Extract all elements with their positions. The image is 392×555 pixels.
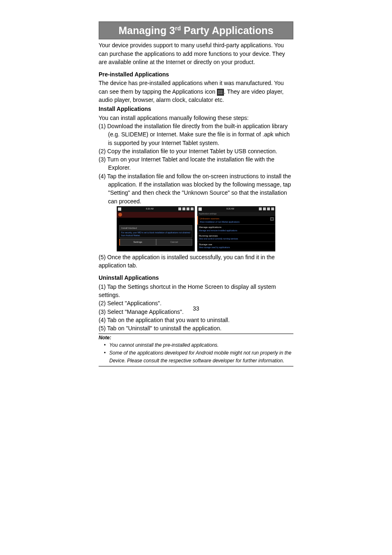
settings-item-subtitle: Allow installation of non-Market applica… (200, 221, 274, 223)
dialog-message: For security, your MID is set to block i… (119, 230, 192, 238)
cancel-button[interactable]: Cancel (156, 239, 193, 246)
settings-button[interactable]: Settings (119, 239, 156, 246)
shot1-warning-header (117, 212, 195, 218)
settings-list-item[interactable]: Unknown sourcesAllow installation of non… (197, 216, 275, 225)
settings-item-title: Manage applications (199, 226, 274, 229)
title-part2: Party Applications (181, 25, 274, 36)
status-icons (178, 207, 194, 210)
dialog-title: Install blocked (119, 225, 192, 231)
screenshots-container: 8:26 AM Install blocked For security, yo… (99, 206, 293, 251)
horizontal-rule (99, 334, 293, 334)
title-part1: Managing 3 (118, 25, 175, 36)
horizontal-rule (99, 366, 293, 366)
settings-item-title: Running services (199, 234, 274, 238)
page-number: 33 (0, 304, 392, 313)
install-step-3: (3) Turn on your Internet Tablet and loc… (99, 155, 293, 172)
install-step-5: (5) Once the application is installed su… (99, 253, 293, 270)
screenshot-application-settings: 8:26 AM Application settings Unknown sou… (197, 206, 275, 251)
shot1-dialog: Install blocked For security, your MID i… (119, 225, 192, 246)
title-superscript: rd (175, 25, 181, 32)
preinstalled-paragraph: The device has pre-installed application… (99, 79, 293, 104)
settings-item-title: Unknown sources (200, 217, 274, 221)
note-item-2: Some of the applications developed for A… (99, 349, 293, 365)
status-time: 8:26 AM (146, 207, 153, 210)
home-icon (118, 207, 121, 211)
uninstall-step-4: (4) Tab on the application that you want… (99, 316, 293, 324)
settings-screen-title: Application settings (197, 212, 275, 216)
settings-list: Unknown sourcesAllow installation of non… (197, 216, 275, 251)
checkbox-icon[interactable] (270, 217, 274, 221)
uninstall-heading: Uninstall Applications (99, 274, 293, 282)
uninstall-step-5: (5) Tab on "Uninstall" to uninstall the … (99, 324, 293, 332)
statusbar: 8:26 AM (117, 206, 195, 212)
uninstall-step-1: (1) Tap the Settings shortcut in the Hom… (99, 283, 293, 299)
note-item-1: You cannot uninstall the pre-installed a… (99, 341, 293, 349)
settings-item-subtitle: Manage and remove installed applications (199, 229, 274, 232)
note-list: You cannot uninstall the pre-installed a… (99, 341, 293, 365)
install-step-2: (2) Copy the installation file to your I… (99, 147, 293, 155)
page-title-banner: Managing 3rd Party Applications (99, 21, 293, 39)
screenshot-install-blocked: 8:26 AM Install blocked For security, yo… (117, 206, 195, 251)
install-intro: You can install applications manually fo… (99, 114, 293, 122)
applications-grid-icon (217, 89, 224, 96)
note-label: Note: (99, 334, 293, 341)
install-heading: Install Applications (99, 105, 293, 113)
settings-item-subtitle: View and control currently running servi… (199, 237, 274, 240)
settings-list-item[interactable]: DevelopmentSet options for application d… (197, 251, 275, 251)
intro-paragraph: Your device provides support to many use… (99, 41, 293, 66)
dialog-buttons: Settings Cancel (119, 239, 192, 246)
home-icon (198, 207, 202, 211)
settings-list-item[interactable]: Running servicesView and control current… (197, 233, 275, 242)
install-step-4: (4) Tap the installation file and follow… (99, 172, 293, 205)
preinstalled-heading: Pre-installed Applications (99, 70, 293, 78)
settings-list-item[interactable]: Manage applicationsManage and remove ins… (197, 225, 275, 233)
warning-icon (118, 213, 122, 216)
settings-item-subtitle: View storage used by applications (199, 246, 274, 249)
install-step-1: (1) Download the installation file direc… (99, 122, 293, 147)
settings-list-item[interactable]: Storage useView storage used by applicat… (197, 242, 275, 251)
statusbar: 8:26 AM (197, 206, 275, 212)
settings-item-title: Storage use (199, 243, 274, 246)
status-time: 8:26 AM (226, 207, 234, 210)
status-icons (259, 207, 274, 210)
